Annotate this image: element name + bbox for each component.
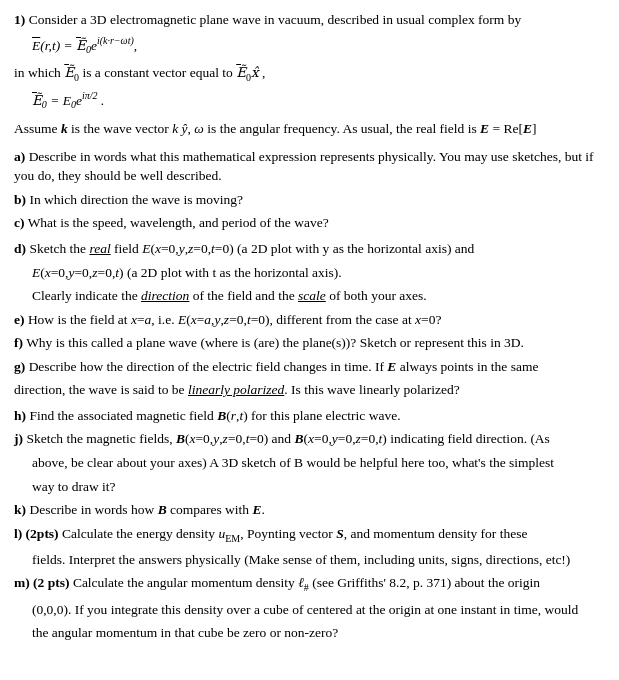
q1-intro: 1) Consider a 3D electromagnetic plane w… [14, 10, 605, 30]
part-m-line2: (0,0,0). If you integrate this density o… [32, 600, 605, 620]
q1-number: 1) [14, 12, 25, 27]
part-h: h) Find the associated magnetic field B(… [14, 406, 605, 426]
part-j-line3: way to draw it? [32, 477, 605, 497]
part-a: a) Describe in words what this mathemati… [14, 147, 605, 186]
part-j-line1: j) Sketch the magnetic fields, B(x=0,y,z… [14, 429, 605, 449]
in-which-text: in which Ẽ0 is a constant vector equal … [14, 63, 605, 85]
part-d-line3: Clearly indicate the direction of the fi… [32, 286, 605, 306]
part-m-line3: the angular momentum in that cube be zer… [32, 623, 605, 643]
part-b-label: b) [14, 192, 26, 207]
part-l-label: l) (2pts) [14, 526, 59, 541]
part-b: b) In which direction the wave is moving… [14, 190, 605, 210]
part-e: e) How is the field at x=a, i.e. E(x=a,y… [14, 310, 605, 330]
question-container: 1) Consider a 3D electromagnetic plane w… [14, 10, 605, 643]
part-f: f) Why is this called a plane wave (wher… [14, 333, 605, 353]
part-m-line1: m) (2 pts) Calculate the angular momentu… [14, 573, 605, 595]
part-g-line1: g) Describe how the direction of the ele… [14, 357, 605, 377]
part-e-label: e) [14, 312, 25, 327]
equation-1: E(r,t) = Ẽ0ei(k·r−ωt), [32, 34, 605, 58]
part-l-line2: fields. Interpret the answers physically… [32, 550, 605, 570]
part-g-label: g) [14, 359, 25, 374]
assume-text: Assume k is the wave vector k ŷ, ω is th… [14, 119, 605, 139]
part-d-label: d) [14, 241, 26, 256]
part-d-line1: d) Sketch the real field E(x=0,y,z=0,t=0… [14, 239, 605, 259]
equation-2: Ẽ0 = E0eiπ/2 . [32, 89, 605, 113]
part-h-label: h) [14, 408, 26, 423]
part-f-label: f) [14, 335, 23, 350]
part-l-line1: l) (2pts) Calculate the energy density u… [14, 524, 605, 546]
part-k-label: k) [14, 502, 26, 517]
part-k: k) Describe in words how B compares with… [14, 500, 605, 520]
part-j-label: j) [14, 431, 23, 446]
part-m-label: m) (2 pts) [14, 575, 70, 590]
part-d-line2: E(x=0,y=0,z=0,t) (a 2D plot with t as th… [32, 263, 605, 283]
part-g-line2: direction, the wave is said to be linear… [14, 380, 605, 400]
part-c-label: c) [14, 215, 25, 230]
part-c: c) What is the speed, wavelength, and pe… [14, 213, 605, 233]
part-j-line2: above, be clear about your axes) A 3D sk… [32, 453, 605, 473]
part-a-label: a) [14, 149, 25, 164]
